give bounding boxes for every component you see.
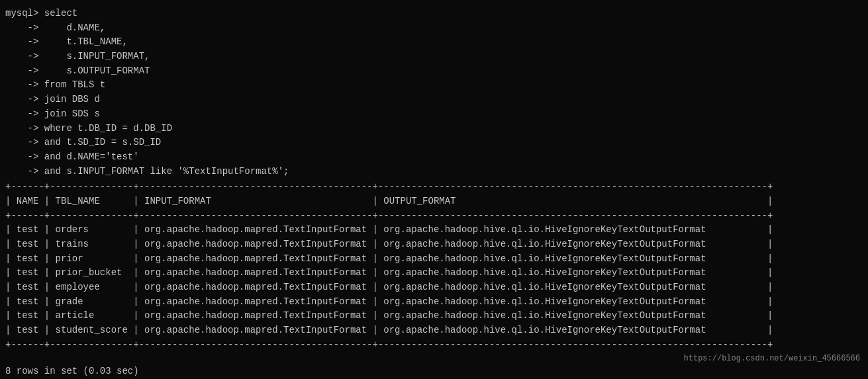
table-row: | test | grade | org.apache.hadoop.mapre… <box>5 295 863 310</box>
query-line-3: -> s.INPUT_FORMAT, <box>5 50 863 64</box>
table-row: | test | student_score | org.apache.hado… <box>5 323 863 338</box>
query-line-7: -> join SDS s <box>5 107 863 122</box>
result-footer: 8 rows in set (0.03 sec) <box>5 364 863 379</box>
query-line-8: -> where t.DB_ID = d.DB_ID <box>5 122 863 136</box>
query-line-11: -> and s.INPUT_FORMAT like '%TextInputFo… <box>5 165 863 179</box>
result-table: +------+---------------+----------------… <box>5 180 863 352</box>
query-line-0: mysql> select <box>5 7 863 21</box>
terminal: mysql> select -> d.NAME, -> t.TBL_NAME, … <box>0 0 868 379</box>
query-line-4: -> s.OUTPUT_FORMAT <box>5 64 863 79</box>
table-row: | test | employee | org.apache.hadoop.ma… <box>5 280 863 295</box>
watermark: https://blog.csdn.net/weixin_45666566 <box>5 354 863 363</box>
query-line-1: -> d.NAME, <box>5 21 863 36</box>
table-row: | test | trains | org.apache.hadoop.mapr… <box>5 237 863 252</box>
table-border-bottom: +------+---------------+----------------… <box>5 338 863 353</box>
table-row: | test | prior | org.apache.hadoop.mapre… <box>5 252 863 267</box>
query-line-9: -> and t.SD_ID = s.SD_ID <box>5 136 863 150</box>
query-line-5: -> from TBLS t <box>5 78 863 93</box>
table-row: | test | prior_bucket | org.apache.hadoo… <box>5 266 863 280</box>
query-line-2: -> t.TBL_NAME, <box>5 35 863 50</box>
query-line-6: -> join DBS d <box>5 93 863 107</box>
table-row: | test | orders | org.apache.hadoop.mapr… <box>5 223 863 237</box>
table-border-mid: +------+---------------+----------------… <box>5 209 863 224</box>
mysql-prompt: mysql> <box>5 8 44 19</box>
table-border-top: +------+---------------+----------------… <box>5 180 863 194</box>
table-row: | test | article | org.apache.hadoop.map… <box>5 309 863 323</box>
table-header: | NAME | TBL_NAME | INPUT_FORMAT | OUTPU… <box>5 194 863 209</box>
query-line-10: -> and d.NAME='test' <box>5 150 863 165</box>
